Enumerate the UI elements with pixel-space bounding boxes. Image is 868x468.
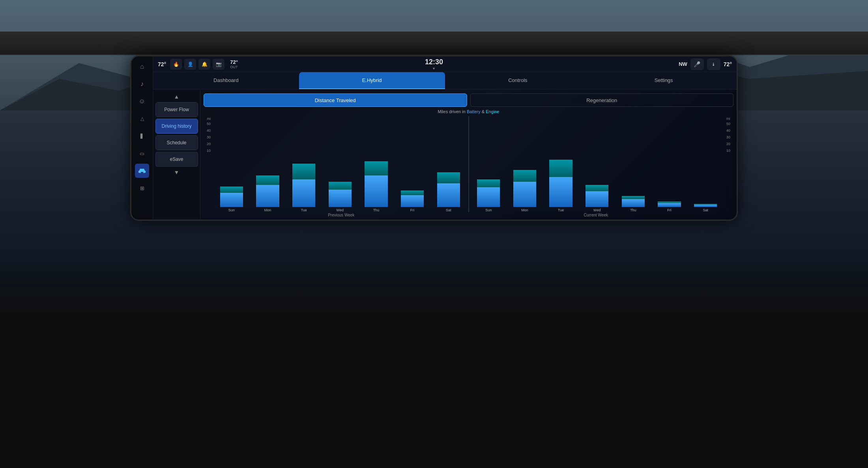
week-divider — [468, 116, 469, 212]
battery-bar — [292, 179, 315, 207]
nav-signal-icon[interactable]: ▋ — [135, 129, 149, 143]
nav-car-icon[interactable] — [135, 164, 149, 178]
tab-ehybrid[interactable]: E.Hybrid — [299, 72, 445, 89]
engine-bar — [329, 182, 352, 190]
flame-icon-button[interactable]: 🔥 — [170, 59, 182, 70]
status-bar: 72° 🔥 👤 🔔 📷 72° OUT 12:30 ▾ NW 🎤 🌡 72° — [153, 56, 737, 72]
status-icons-group: 🔥 👤 🔔 📷 — [170, 59, 224, 70]
day-bar-fri: Fri — [395, 165, 430, 212]
day-bar-sat: Sat — [431, 165, 466, 212]
side-menu: ▲ Power Flow Driving history Schedule eS… — [153, 89, 200, 220]
day-label-thu: Thu — [630, 208, 636, 212]
dashboard-rim — [0, 32, 868, 55]
previous-week-label: Previous Week — [214, 213, 469, 217]
day-label-sat: Sat — [446, 208, 451, 212]
battery-bar — [586, 191, 608, 207]
nav-phone-icon[interactable]: ▭ — [135, 146, 149, 160]
day-bar-mon: Mon — [507, 165, 542, 212]
y-axis-right: mi 50 40 30 20 10 — [725, 116, 733, 217]
battery-bar — [694, 205, 717, 207]
distance-traveled-tab[interactable]: Distance Traveled — [204, 93, 467, 107]
nav-home-icon[interactable]: ⌂ — [135, 60, 149, 74]
engine-bar — [365, 161, 387, 175]
engine-bar — [292, 164, 315, 179]
engine-bar — [477, 179, 500, 187]
engine-bar — [437, 172, 460, 183]
svg-point-8 — [143, 172, 145, 173]
battery-bar — [220, 193, 243, 207]
nav-music-icon[interactable]: ♪ — [135, 77, 149, 91]
chevron-up-icon[interactable]: ▲ — [174, 93, 180, 101]
day-bar-wed: Wed — [579, 165, 615, 212]
engine-bar — [256, 175, 279, 185]
y-axis-mi-label: mi — [207, 117, 211, 121]
battery-bar — [658, 203, 681, 207]
y-axis-left: mi 50 40 30 20 10 — [204, 116, 212, 217]
day-label-mon: Mon — [264, 208, 271, 212]
current-week-label: Current Week — [469, 213, 724, 217]
y-axis-right-mi: mi — [726, 117, 730, 121]
camera-icon-button[interactable]: 📷 — [213, 59, 224, 70]
chart-body: SunMonTueWedThuFriSatSunMonTueWedThuFriS… — [214, 116, 723, 217]
y-axis-20: 20 — [207, 142, 211, 146]
time-display: 12:30 ▾ — [425, 58, 443, 71]
y-axis-50: 50 — [207, 122, 211, 126]
battery-bar — [401, 195, 424, 207]
battery-bar — [513, 182, 536, 207]
day-label-wed: Wed — [337, 208, 344, 212]
battery-bar — [365, 175, 387, 207]
tab-settings[interactable]: Settings — [591, 72, 737, 89]
bell-icon-button[interactable]: 🔔 — [198, 59, 210, 70]
day-bar-wed: Wed — [322, 165, 358, 212]
battery-bar — [549, 177, 572, 207]
day-bar-sun: Sun — [471, 165, 507, 212]
esave-button[interactable]: eSave — [155, 152, 198, 167]
driving-history-button[interactable]: Driving history — [155, 119, 198, 134]
y-axis-right-30: 30 — [726, 136, 730, 139]
day-label-tue: Tue — [558, 208, 564, 212]
svg-point-7 — [139, 172, 141, 173]
nav-navigation-icon[interactable]: △ — [135, 112, 149, 126]
compass-direction: NW — [679, 61, 687, 67]
nav-grid-icon[interactable]: ⊞ — [135, 181, 149, 195]
left-navigation: ⌂ ♪ ☺ △ ▋ ▭ ⊞ — [131, 56, 153, 220]
y-axis-10: 10 — [207, 149, 211, 153]
y-axis-right-40: 40 — [726, 129, 730, 132]
engine-bar — [220, 186, 243, 193]
day-bar-sat: Sat — [688, 165, 723, 212]
week-bar-group: SunMonTueWedThuFriSat — [471, 165, 724, 212]
y-axis-right-20: 20 — [726, 142, 730, 146]
battery-bar — [437, 183, 460, 207]
power-flow-button[interactable]: Power Flow — [155, 102, 198, 117]
y-axis-40: 40 — [207, 129, 211, 132]
tab-bar: Dashboard E.Hybrid Controls Settings — [153, 72, 737, 89]
day-bar-thu: Thu — [615, 165, 651, 212]
chart-subtitle: Miles driven in Battery & Engine — [204, 109, 733, 114]
day-label-thu: Thu — [373, 208, 380, 212]
day-label-fri: Fri — [667, 208, 672, 212]
day-label-sun: Sun — [228, 208, 235, 212]
temperature-right: 72° — [724, 61, 732, 67]
time-chevron: ▾ — [433, 66, 435, 71]
day-bar-mon: Mon — [250, 165, 286, 212]
y-axis-30: 30 — [207, 136, 211, 139]
nav-face-icon[interactable]: ☺ — [135, 94, 149, 108]
schedule-button[interactable]: Schedule — [155, 135, 198, 150]
engine-bar — [549, 160, 572, 177]
day-bar-sun: Sun — [214, 165, 249, 212]
day-label-sun: Sun — [485, 208, 492, 212]
battery-bar — [329, 190, 352, 207]
tab-dashboard[interactable]: Dashboard — [153, 72, 299, 89]
y-axis-right-10: 10 — [726, 149, 730, 153]
current-time: 12:30 — [425, 58, 443, 66]
bars-container: SunMonTueWedThuFriSatSunMonTueWedThuFriS… — [214, 116, 723, 212]
battery-bar — [477, 187, 500, 207]
engine-bar — [513, 170, 536, 182]
regeneration-tab[interactable]: Regeneration — [470, 93, 734, 107]
microphone-button[interactable]: 🎤 — [690, 58, 704, 70]
tab-controls[interactable]: Controls — [445, 72, 591, 89]
temperature-right-button[interactable]: 🌡 — [707, 58, 720, 70]
chevron-down-icon[interactable]: ▼ — [174, 168, 180, 176]
chart-tabs: Distance Traveled Regeneration — [204, 93, 733, 107]
person-icon-button[interactable]: 👤 — [184, 59, 196, 70]
